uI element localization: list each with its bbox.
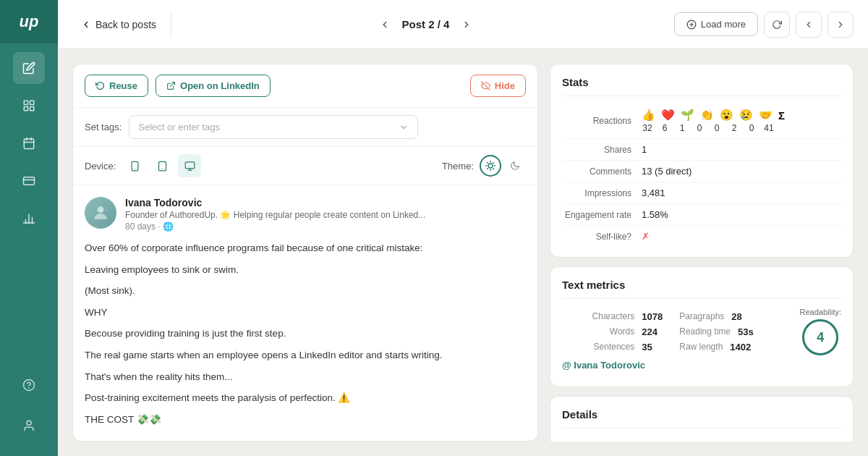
sidebar-icon-layers[interactable] (13, 165, 45, 197)
sidebar-icon-help[interactable] (13, 369, 45, 401)
tags-select[interactable]: Select or enter tags (129, 115, 418, 139)
prev-post-button[interactable] (375, 14, 395, 35)
shares-row: Shares 1 (562, 140, 841, 159)
post-line-9: THE COST 💸💸 (85, 412, 526, 428)
urn-value[interactable]: urn:li:share:7128741696556740609 (595, 441, 733, 442)
panel-toolbar: Reuse Open on LinkedIn Hide (73, 64, 537, 108)
post-line-1: Over 60% of corporate influence programs… (85, 240, 526, 256)
reaction-count-total: 41 (763, 123, 775, 133)
post-line-2: Leaving employees to sink or swim. (85, 262, 526, 278)
readability-section: Readability: 4 (800, 308, 841, 355)
sidebar-icon-chart[interactable] (13, 203, 45, 235)
external-link-icon (166, 81, 176, 90)
impressions-label: Impressions (562, 188, 642, 198)
raw-length-label: Raw length (679, 342, 723, 352)
svg-rect-0 (24, 101, 27, 104)
post-subtitle: Founder of AuthoredUp. 🌟 Helping regular… (125, 210, 526, 220)
svg-line-37 (493, 162, 494, 163)
logo: up (0, 0, 58, 43)
words-value: 224 (637, 326, 673, 337)
svg-line-36 (487, 169, 488, 169)
author-link[interactable]: @ Ivana Todorovic (562, 355, 841, 375)
theme-label: Theme: (442, 161, 474, 172)
svg-point-38 (98, 206, 104, 213)
engagement-label: Engagement rate (562, 210, 642, 220)
characters-value: 1078 (637, 311, 673, 322)
reactions-counts: 32 6 1 0 0 2 0 41 (642, 123, 785, 133)
reaction-count-support: 2 (728, 123, 740, 133)
reaction-funny-icon: 🤝 (759, 109, 773, 122)
reaction-clap-icon: 👏 (700, 109, 714, 122)
paragraphs-value: 28 (727, 311, 759, 322)
theme-icons (480, 155, 526, 177)
paragraphs-item: Paragraphs 28 (676, 309, 791, 324)
next-post-button[interactable] (456, 14, 477, 35)
svg-rect-4 (24, 139, 34, 149)
raw-length-item: Raw length 1402 (676, 339, 791, 355)
post-line-6: The real game starts when an employee op… (85, 347, 526, 363)
sidebar-icon-user[interactable] (13, 410, 45, 442)
metrics-two-col: Characters 1078 Words 224 Sentences 35 (562, 309, 791, 355)
post-header: Ivana Todorovic Founder of AuthoredUp. 🌟… (85, 197, 526, 232)
details-card: Details URN urn:li:share:712874169655674… (550, 396, 854, 442)
svg-line-32 (487, 162, 488, 163)
device-tablet-button[interactable] (150, 154, 174, 177)
reaction-count-funny: 0 (746, 123, 757, 133)
reactions-row: Reactions 👍 ❤️ 🌱 👏 😮 😢 🤝 Σ (562, 105, 841, 137)
reaction-like-icon: 👍 (642, 109, 655, 122)
chevron-down-icon (399, 122, 409, 132)
svg-rect-3 (30, 107, 34, 111)
plus-icon (686, 20, 697, 30)
svg-rect-26 (185, 161, 195, 168)
open-linkedin-button[interactable]: Open on LinkedIn (156, 75, 271, 97)
theme-section: Theme: (442, 155, 526, 177)
sidebar-icon-calendar[interactable] (13, 127, 45, 159)
theme-dark-button[interactable] (504, 155, 526, 177)
self-like-label: Self-like? (562, 232, 642, 242)
words-label: Words (610, 326, 634, 337)
reuse-icon (95, 81, 105, 90)
load-more-button[interactable]: Load more (674, 12, 758, 36)
sidebar-icon-edit[interactable] (13, 52, 45, 84)
impressions-value: 3,481 (642, 187, 665, 198)
reaction-celebrate-icon: 🌱 (681, 109, 694, 122)
nav-forward-button[interactable] (827, 12, 854, 38)
device-mobile-button[interactable] (123, 154, 146, 177)
svg-line-20 (170, 83, 174, 87)
avatar-image (91, 203, 110, 222)
reaction-count-like: 32 (642, 123, 653, 133)
device-label: Device: (85, 161, 116, 172)
comments-row: Comments 13 (5 direct) (562, 162, 841, 180)
device-desktop-button[interactable] (178, 154, 201, 177)
engagement-row: Engagement rate 1.58% (562, 206, 841, 224)
metrics-col-right: Paragraphs 28 Reading time 53s Raw lengt… (676, 309, 791, 355)
refresh-button[interactable] (764, 12, 790, 38)
post-content-area: Ivana Todorovic Founder of AuthoredUp. 🌟… (73, 185, 537, 441)
sentences-item: Sentences 35 (562, 339, 676, 355)
svg-point-16 (27, 421, 31, 425)
post-line-4: WHY (85, 305, 526, 321)
post-author: Ivana Todorovic (125, 197, 526, 208)
arrow-right-icon (835, 20, 846, 30)
reactions-icons: 👍 ❤️ 🌱 👏 😮 😢 🤝 Σ (642, 109, 785, 122)
sidebar-icon-grid[interactable] (13, 90, 45, 122)
theme-light-button[interactable] (480, 155, 501, 177)
svg-rect-8 (24, 177, 35, 185)
topbar: Back to posts Post 2 / 4 Loa (58, 0, 868, 49)
readability-label: Readability: (800, 308, 841, 316)
reuse-button[interactable]: Reuse (85, 75, 148, 97)
post-line-3: (Most sink). (85, 283, 526, 299)
tags-row: Set tags: Select or enter tags (73, 108, 537, 147)
refresh-icon (772, 20, 782, 30)
nav-back-button[interactable] (796, 12, 822, 38)
metrics-left: Characters 1078 Words 224 Sentences 35 (562, 309, 791, 355)
reading-time-value: 53s (733, 326, 765, 337)
reading-time-item: Reading time 53s (676, 324, 791, 339)
hide-button[interactable]: Hide (470, 75, 526, 97)
right-panel: Stats Reactions 👍 ❤️ 🌱 👏 😮 😢 🤝 (550, 64, 854, 442)
comments-label: Comments (562, 166, 642, 177)
post-counter: Post 2 / 4 (402, 18, 450, 30)
readability-circle: 4 (802, 319, 838, 355)
post-navigation: Post 2 / 4 (177, 14, 674, 35)
back-to-posts-button[interactable]: Back to posts (72, 13, 165, 36)
